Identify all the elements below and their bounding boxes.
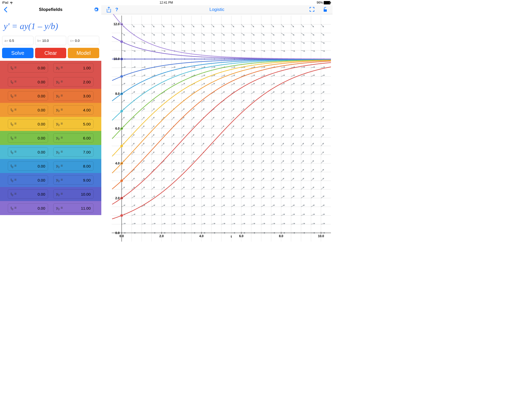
svg-text:0.0: 0.0 — [115, 231, 120, 235]
wifi-icon — [10, 1, 13, 4]
y0-field[interactable]: y0 =11.00 — [53, 203, 94, 213]
t0-field[interactable]: t0 =0.00 — [8, 189, 48, 199]
plot-area[interactable]: 0.02.04.06.08.010.00.02.04.06.08.010.012… — [101, 14, 332, 249]
clear-button[interactable]: Clear — [35, 48, 66, 58]
svg-text:6.0: 6.0 — [115, 127, 120, 130]
ic-row: t0 =0.00y0 =1.00 — [0, 61, 101, 75]
equation: y' = ay(1 – y/b) — [0, 14, 101, 36]
expand-button[interactable] — [308, 7, 316, 12]
y0-field[interactable]: y0 =8.00 — [53, 161, 94, 171]
settings-button[interactable] — [94, 7, 99, 12]
chart-title[interactable]: Logistic — [209, 7, 224, 12]
t0-field[interactable]: t0 =0.00 — [8, 203, 48, 213]
param-b[interactable]: b=10.0 — [35, 36, 66, 45]
svg-text:6.0: 6.0 — [239, 234, 243, 238]
svg-text:2.0: 2.0 — [115, 196, 120, 200]
lock-button[interactable] — [321, 7, 329, 12]
y0-field[interactable]: y0 =5.00 — [53, 119, 94, 129]
ic-row: t0 =0.00y0 =4.00 — [0, 103, 101, 117]
svg-text:2.0: 2.0 — [159, 234, 164, 238]
ic-row: t0 =0.00y0 =11.00 — [0, 201, 101, 215]
y0-field[interactable]: y0 =4.00 — [53, 105, 94, 115]
ic-row: t0 =0.00y0 =6.00 — [0, 131, 101, 145]
ic-row: t0 =0.00y0 =7.00 — [0, 145, 101, 159]
y0-field[interactable]: y0 =3.00 — [53, 91, 94, 101]
model-button[interactable]: Model — [68, 48, 99, 58]
t0-field[interactable]: t0 =0.00 — [8, 175, 48, 185]
svg-point-584 — [120, 40, 123, 43]
t0-field[interactable]: t0 =0.00 — [8, 161, 48, 171]
svg-point-576 — [120, 179, 123, 182]
y0-field[interactable]: y0 =7.00 — [53, 147, 94, 157]
y0-field[interactable]: y0 =9.00 — [53, 175, 94, 185]
nav-bar: Slopefields ? Logistic — [0, 5, 332, 14]
svg-point-580 — [120, 110, 123, 112]
status-bar: iPad 12:41 PM 96% — [0, 0, 332, 5]
svg-text:10.0: 10.0 — [114, 57, 120, 61]
svg-text:0.0: 0.0 — [119, 234, 124, 238]
back-button[interactable] — [0, 7, 11, 12]
svg-text:8.0: 8.0 — [279, 234, 283, 238]
ic-row: t0 =0.00y0 =8.00 — [0, 159, 101, 173]
svg-point-574 — [120, 214, 123, 217]
y0-field[interactable]: y0 =2.00 — [53, 77, 94, 87]
y0-field[interactable]: y0 =6.00 — [53, 133, 94, 143]
t0-field[interactable]: t0 =0.00 — [8, 119, 48, 129]
ic-row: t0 =0.00y0 =2.00 — [0, 75, 101, 89]
ic-row: t0 =0.00y0 =9.00 — [0, 173, 101, 187]
device-label: iPad — [2, 1, 8, 4]
page-title: Slopefields — [39, 7, 63, 12]
t0-field[interactable]: t0 =0.00 — [8, 77, 48, 87]
y0-field[interactable]: y0 =1.00 — [53, 63, 94, 72]
svg-text:8.0: 8.0 — [115, 92, 120, 96]
svg-text:4.0: 4.0 — [115, 162, 120, 165]
svg-text:10.0: 10.0 — [318, 234, 324, 238]
ic-row: t0 =0.00y0 =3.00 — [0, 89, 101, 103]
svg-rect-0 — [324, 9, 327, 12]
param-a[interactable]: a=0.5 — [2, 36, 34, 45]
y0-field[interactable]: y0 =10.00 — [53, 189, 94, 199]
help-button[interactable]: ? — [113, 7, 120, 12]
ic-row: t0 =0.00y0 =5.00 — [0, 117, 101, 131]
svg-point-578 — [120, 145, 123, 147]
share-button[interactable] — [104, 7, 113, 12]
sidebar: y' = ay(1 – y/b) a=0.5 b=10.0 c=0.0 Solv… — [0, 14, 101, 249]
t0-field[interactable]: t0 =0.00 — [8, 147, 48, 157]
t0-field[interactable]: t0 =0.00 — [8, 91, 48, 101]
svg-text:12.0: 12.0 — [114, 22, 120, 26]
battery-icon — [324, 1, 330, 4]
solve-button[interactable]: Solve — [2, 48, 34, 58]
param-c[interactable]: c=0.0 — [68, 36, 99, 45]
t0-field[interactable]: t0 =0.00 — [8, 133, 48, 143]
svg-point-582 — [120, 75, 123, 78]
svg-text:4.0: 4.0 — [199, 234, 204, 238]
clock: 12:41 PM — [159, 1, 173, 4]
ic-row: t0 =0.00y0 =10.00 — [0, 187, 101, 201]
t0-field[interactable]: t0 =0.00 — [8, 105, 48, 115]
battery-percent: 96% — [317, 1, 323, 4]
svg-text:t: t — [231, 235, 232, 238]
t0-field[interactable]: t0 =0.00 — [8, 63, 48, 72]
